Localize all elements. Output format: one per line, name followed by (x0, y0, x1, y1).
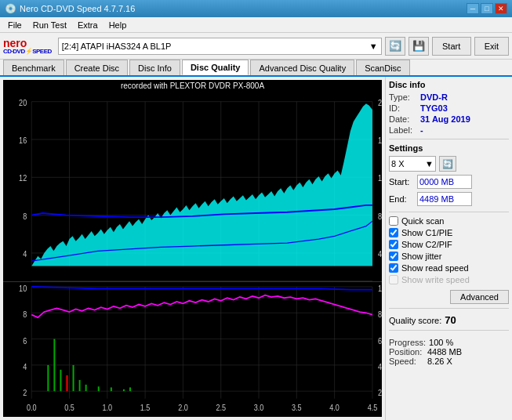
tab-disc-quality[interactable]: Disc Quality (182, 60, 249, 75)
chart-top: 20 16 12 8 4 20 16 12 8 4 (3, 92, 382, 282)
svg-rect-74 (129, 387, 131, 391)
start-input[interactable] (417, 175, 472, 189)
svg-text:0.0: 0.0 (27, 403, 37, 412)
end-label: End: (389, 194, 414, 204)
svg-text:6: 6 (378, 335, 382, 345)
advanced-button[interactable]: Advanced (450, 290, 509, 304)
svg-text:0.5: 0.5 (64, 403, 74, 412)
svg-text:8: 8 (23, 212, 27, 221)
disc-label-value: - (420, 125, 423, 135)
svg-text:10: 10 (378, 284, 382, 293)
menu-run-test[interactable]: Run Test (28, 19, 71, 31)
chart-top-svg: 20 16 12 8 4 20 16 12 8 4 (3, 92, 382, 281)
show-jitter-checkbox[interactable] (389, 252, 398, 261)
disc-date-label: Date: (389, 114, 417, 124)
svg-rect-66 (60, 369, 61, 390)
close-button[interactable]: ✕ (495, 3, 507, 14)
maximize-button[interactable]: □ (481, 3, 493, 14)
speed-combo-arrow: ▼ (425, 159, 434, 168)
show-write-speed-checkbox[interactable] (389, 275, 398, 284)
svg-text:8: 8 (378, 212, 382, 221)
chart-bottom: 10 8 6 4 2 10 8 6 4 2 0.0 0.5 1.0 1.5 2.… (3, 282, 382, 418)
quality-score-label: Quality score: (389, 316, 441, 325)
position-value: 4488 MB (427, 347, 462, 357)
refresh-button[interactable]: 🔄 (385, 37, 405, 56)
titlebar-left: 💿 Nero CD-DVD Speed 4.7.7.16 (5, 3, 135, 14)
divider-2 (389, 212, 509, 212)
tab-benchmark[interactable]: Benchmark (3, 60, 64, 75)
show-jitter-row: Show jitter (389, 252, 509, 261)
divider-4 (389, 330, 509, 331)
speed-refresh-btn[interactable]: 🔄 (439, 156, 456, 172)
start-button[interactable]: Start (432, 37, 471, 56)
titlebar-controls[interactable]: ─ □ ✕ (467, 3, 507, 14)
show-c2pif-checkbox[interactable] (389, 240, 398, 249)
save-button[interactable]: 💾 (409, 37, 429, 56)
main-content: recorded with PLEXTOR DVDR PX-800A (0, 77, 512, 420)
svg-text:4: 4 (23, 249, 27, 259)
disc-type-label: Type: (389, 92, 417, 102)
chart-area: recorded with PLEXTOR DVDR PX-800A (3, 80, 382, 417)
svg-text:2: 2 (378, 388, 382, 397)
menubar: File Run Test Extra Help (0, 17, 512, 33)
titlebar: 💿 Nero CD-DVD Speed 4.7.7.16 ─ □ ✕ (0, 0, 512, 17)
quick-scan-row: Quick scan (389, 216, 509, 226)
menu-extra[interactable]: Extra (73, 19, 103, 31)
svg-rect-72 (111, 387, 112, 391)
minimize-button[interactable]: ─ (467, 3, 479, 14)
chart-bottom-svg: 10 8 6 4 2 10 8 6 4 2 0.0 0.5 1.0 1.5 2.… (3, 282, 382, 418)
progress-row: Progress: 100 % (389, 338, 509, 347)
svg-rect-70 (85, 384, 87, 390)
speed-row: 8 X ▼ 🔄 (389, 156, 509, 172)
svg-rect-64 (47, 364, 49, 390)
quick-scan-label: Quick scan (401, 216, 444, 226)
tab-bar: Benchmark Create Disc Disc Info Disc Qua… (0, 60, 512, 77)
exit-button[interactable]: Exit (474, 37, 509, 56)
svg-text:6: 6 (23, 335, 27, 345)
svg-text:16: 16 (19, 136, 27, 145)
end-input[interactable] (417, 192, 472, 206)
divider-1 (389, 139, 509, 139)
show-read-speed-label: Show read speed (401, 263, 469, 273)
quick-scan-checkbox[interactable] (389, 216, 398, 226)
tab-advanced-disc-quality[interactable]: Advanced Disc Quality (250, 60, 354, 75)
end-row: End: (389, 192, 509, 206)
progress-label: Progress: (389, 338, 426, 347)
svg-text:2.0: 2.0 (178, 403, 188, 412)
disc-id-label: ID: (389, 103, 417, 113)
drive-combo[interactable]: [2:4] ATAPI iHAS324 A BL1P ▼ (58, 38, 382, 55)
disc-date-value: 31 Aug 2019 (420, 114, 470, 124)
svg-text:4: 4 (23, 362, 27, 371)
svg-text:1.5: 1.5 (140, 403, 151, 412)
titlebar-title: Nero CD-DVD Speed 4.7.7.16 (20, 4, 135, 13)
disc-type-row: Type: DVD-R (389, 92, 509, 102)
menu-file[interactable]: File (3, 19, 27, 31)
tab-disc-info[interactable]: Disc Info (129, 60, 180, 75)
toolbar: nero CD·DVD⚡SPEED [2:4] ATAPI iHAS324 A … (0, 33, 512, 60)
show-read-speed-row: Show read speed (389, 263, 509, 273)
svg-text:12: 12 (19, 173, 27, 183)
divider-3 (389, 308, 509, 309)
svg-text:4: 4 (378, 249, 382, 259)
show-c1pie-row: Show C1/PIE (389, 228, 509, 237)
chart-title: recorded with PLEXTOR DVDR PX-800A (3, 80, 382, 92)
show-jitter-label: Show jitter (401, 252, 441, 261)
speed-combo[interactable]: 8 X ▼ (389, 156, 436, 172)
menu-help[interactable]: Help (104, 19, 132, 31)
nero-logo: nero CD·DVD⚡SPEED (3, 35, 52, 57)
svg-rect-71 (98, 386, 100, 391)
svg-text:1.0: 1.0 (103, 403, 113, 412)
quality-score-value: 70 (445, 314, 456, 326)
tab-scandisc[interactable]: ScanDisc (356, 60, 409, 75)
disc-id-value: TYG03 (420, 103, 448, 113)
tab-create-disc[interactable]: Create Disc (66, 60, 128, 75)
disc-id-row: ID: TYG03 (389, 103, 509, 113)
disc-date-row: Date: 31 Aug 2019 (389, 114, 509, 124)
drive-combo-arrow: ▼ (369, 42, 378, 51)
settings-title: Settings (389, 143, 509, 153)
show-read-speed-checkbox[interactable] (389, 263, 398, 273)
position-row: Position: 4488 MB (389, 347, 509, 357)
show-c1pie-checkbox[interactable] (389, 228, 398, 237)
svg-rect-73 (123, 389, 125, 390)
svg-rect-69 (79, 379, 81, 390)
